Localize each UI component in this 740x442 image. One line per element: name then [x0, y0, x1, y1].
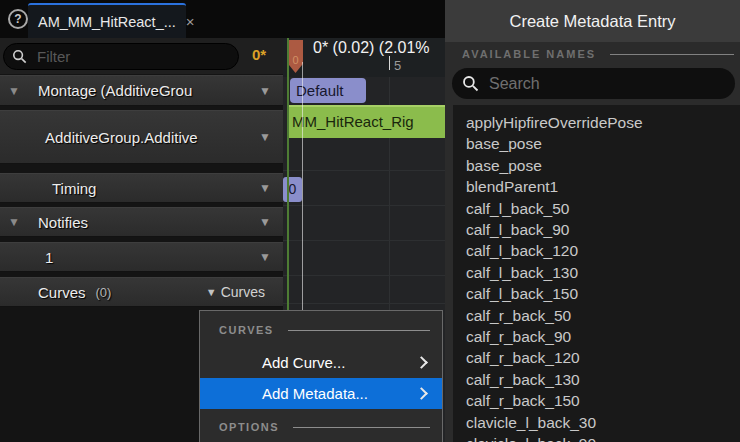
- list-item[interactable]: calf_r_back_150: [466, 390, 740, 411]
- list-item[interactable]: calf_l_back_90: [466, 219, 740, 240]
- search-icon: [462, 75, 479, 92]
- menu-section-options: OPTIONS: [219, 421, 430, 433]
- filter-box[interactable]: [3, 43, 239, 70]
- ruler-tick-label: 5: [394, 58, 401, 73]
- panel-title: Create Metadata Entry: [510, 12, 676, 31]
- submenu-chevron-icon: [415, 387, 428, 400]
- submenu-chevron-icon: [415, 356, 428, 369]
- montage-segment[interactable]: MM_HitReact_Rig: [288, 105, 445, 138]
- list-item[interactable]: calf_r_back_90: [466, 326, 740, 347]
- additive-group-combo[interactable]: AdditiveGroup.Additive ▼: [0, 110, 283, 164]
- filter-input[interactable]: [35, 47, 230, 66]
- timeline-marker-label: 0: [292, 54, 298, 66]
- search-icon: [12, 49, 27, 64]
- chevron-down-icon[interactable]: ▼: [259, 250, 271, 264]
- timeline-ruler[interactable]: 0 0* (0.02) (2.01% 5: [283, 35, 445, 78]
- section-divider: [293, 427, 430, 428]
- menu-section-curves: CURVES: [219, 324, 430, 336]
- curves-label: Curves: [38, 284, 86, 301]
- notifies-label: Notifies: [38, 214, 88, 231]
- list-item[interactable]: calf_r_back_130: [466, 369, 740, 390]
- additive-group-value: AdditiveGroup.Additive: [45, 129, 198, 146]
- ruler-tick: [389, 56, 390, 70]
- list-item[interactable]: calf_r_back_50: [466, 305, 740, 326]
- chevron-down-icon[interactable]: ▼: [259, 215, 271, 229]
- montage-group-label: Montage (AdditiveGrou: [38, 82, 192, 99]
- notifies-header[interactable]: ▼ Notifies ▼: [0, 207, 283, 237]
- curves-count: (0): [96, 285, 112, 300]
- list-item[interactable]: calf_r_back_120: [466, 347, 740, 368]
- timeline-gridline: [283, 240, 445, 241]
- chevron-down-icon: ▼: [206, 286, 217, 298]
- tab-title: AM_MM_HitReact_...: [38, 14, 176, 30]
- list-item[interactable]: calf_l_back_120: [466, 240, 740, 261]
- curves-header[interactable]: Curves (0) ▼ Curves: [0, 277, 283, 307]
- available-names-list: applyHipfireOverridePosebase_posebase_po…: [453, 105, 740, 442]
- timeline-gridline: [283, 170, 445, 171]
- menu-section-label: OPTIONS: [219, 421, 279, 433]
- notify-marker[interactable]: 0: [283, 177, 302, 202]
- list-item[interactable]: calf_l_back_50: [466, 198, 740, 219]
- tab-bar: ? AM_MM_HitReact_... ×: [0, 0, 445, 38]
- list-item[interactable]: base_pose: [466, 155, 740, 176]
- chevron-down-icon[interactable]: ▼: [259, 130, 271, 144]
- notify-track-row[interactable]: 1 ▼: [0, 242, 283, 272]
- section-divider: [610, 54, 734, 55]
- timeline-gridline: [283, 275, 445, 276]
- notify-track-count: 1: [45, 249, 53, 266]
- montage-group-header[interactable]: ▼ Montage (AdditiveGrou ▼: [0, 75, 283, 106]
- menu-section-label: CURVES: [219, 324, 274, 336]
- timing-header[interactable]: Timing ▼: [0, 173, 283, 203]
- list-item[interactable]: clavicle_l_back_30: [466, 412, 740, 433]
- close-icon[interactable]: ×: [186, 14, 195, 29]
- dirty-asset-badge: 0*: [252, 46, 266, 63]
- list-item[interactable]: blendParent1: [466, 176, 740, 197]
- timeline-marker[interactable]: 0: [288, 40, 303, 73]
- expander-down-icon[interactable]: ▼: [8, 215, 20, 229]
- chevron-down-icon[interactable]: ▼: [259, 84, 271, 98]
- menu-item-label: Add Metadata...: [262, 385, 368, 402]
- list-item[interactable]: calf_l_back_150: [466, 283, 740, 304]
- anim-montage-editor: 0 0* (0.02) (2.01% 5 Default MM_HitReact…: [0, 0, 740, 442]
- menu-item-add-curve[interactable]: Add Curve...: [200, 347, 442, 378]
- curves-context-menu: CURVES Add Curve... Add Metadata... OPTI…: [199, 310, 443, 442]
- list-item[interactable]: calf_l_back_130: [466, 262, 740, 283]
- curves-dropdown-button[interactable]: ▼ Curves: [206, 284, 265, 300]
- list-item[interactable]: applyHipfireOverridePose: [466, 112, 740, 133]
- menu-item-add-metadata[interactable]: Add Metadata...: [200, 378, 442, 409]
- available-names-section: AVAILABLE NAMES: [445, 42, 740, 66]
- tab-am-mm-hitreact[interactable]: AM_MM_HitReact_... ×: [28, 3, 186, 38]
- section-divider: [288, 330, 430, 331]
- help-icon[interactable]: ?: [8, 9, 28, 29]
- list-item[interactable]: base_pose: [466, 133, 740, 154]
- timeline-gridline: [283, 205, 445, 206]
- panel-header: Create Metadata Entry: [445, 0, 740, 42]
- metadata-search-input[interactable]: [487, 74, 725, 94]
- timeline-gridline: [283, 303, 445, 304]
- chevron-down-icon[interactable]: ▼: [259, 181, 271, 195]
- menu-item-label: Add Curve...: [262, 354, 345, 371]
- available-names-label: AVAILABLE NAMES: [462, 48, 596, 60]
- create-metadata-panel: Create Metadata Entry AVAILABLE NAMES ap…: [445, 0, 740, 442]
- list-item[interactable]: clavicle_l_back_90: [466, 433, 740, 442]
- filter-row: 0*: [0, 38, 283, 74]
- metadata-search-box[interactable]: [452, 68, 735, 99]
- timing-label: Timing: [52, 180, 96, 197]
- playhead-readout: 0* (0.02) (2.01%: [313, 39, 430, 57]
- curves-button-label: Curves: [221, 284, 265, 300]
- expander-down-icon[interactable]: ▼: [8, 84, 20, 98]
